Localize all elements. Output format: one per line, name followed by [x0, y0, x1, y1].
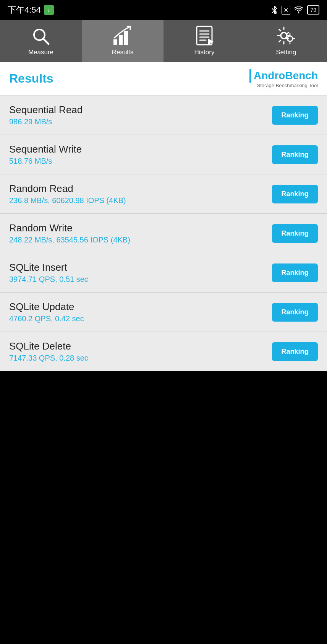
svg-rect-4: [113, 39, 117, 45]
result-row: Sequential Write 518.76 MB/s Ranking: [0, 135, 327, 174]
result-name: SQLite Update: [9, 301, 84, 313]
history-icon: [194, 26, 214, 46]
ranking-button[interactable]: Ranking: [272, 263, 318, 282]
tab-results[interactable]: Results: [82, 20, 164, 62]
result-info: Sequential Read 986.29 MB/s: [9, 104, 83, 126]
result-value: 518.76 MB/s: [9, 157, 82, 166]
result-value: 236.8 MB/s, 60620.98 IOPS (4KB): [9, 196, 126, 205]
result-value: 986.29 MB/s: [9, 117, 83, 126]
ranking-button[interactable]: Ranking: [272, 106, 318, 125]
brand-subtitle: Storage Benchmarking Tool: [257, 83, 318, 88]
ranking-button[interactable]: Ranking: [272, 342, 318, 361]
svg-rect-5: [119, 35, 123, 45]
result-name: Random Read: [9, 183, 126, 195]
result-value: 3974.71 QPS, 0.51 sec: [9, 275, 88, 284]
ranking-button[interactable]: Ranking: [272, 224, 318, 243]
results-list: Sequential Read 986.29 MB/s Ranking Sequ…: [0, 96, 327, 371]
svg-point-13: [281, 33, 287, 39]
results-icon: [113, 26, 133, 46]
result-info: Random Read 236.8 MB/s, 60620.98 IOPS (4…: [9, 183, 126, 205]
download-icon: ↓: [44, 5, 54, 15]
ranking-button[interactable]: Ranking: [272, 145, 318, 164]
result-row: Random Write 248.22 MB/s, 63545.56 IOPS …: [0, 214, 327, 253]
result-row: SQLite Insert 3974.71 QPS, 0.51 sec Rank…: [0, 253, 327, 293]
battery-indicator: 79: [307, 5, 319, 15]
x-icon: ✕: [282, 6, 290, 15]
svg-marker-12: [208, 39, 214, 45]
tab-measure[interactable]: Measure: [0, 20, 82, 62]
bluetooth-icon: [271, 6, 278, 14]
wifi-icon: [294, 7, 303, 13]
svg-line-3: [43, 39, 49, 44]
status-icons: ✕ 79: [271, 5, 319, 15]
brand-logo: AndroBench Storage Benchmarking Tool: [249, 69, 318, 88]
result-info: SQLite Update 4760.2 QPS, 0.42 sec: [9, 301, 84, 323]
result-row: Random Read 236.8 MB/s, 60620.98 IOPS (4…: [0, 174, 327, 214]
svg-line-0: [272, 8, 274, 11]
tab-setting[interactable]: Setting: [245, 20, 327, 62]
svg-rect-6: [124, 31, 128, 45]
result-value: 4760.2 QPS, 0.42 sec: [9, 314, 84, 323]
result-value: 248.22 MB/s, 63545.56 IOPS (4KB): [9, 236, 130, 244]
status-time: 下午4:54 ↓: [8, 4, 54, 16]
tab-history[interactable]: History: [164, 20, 245, 62]
result-name: SQLite Delete: [9, 340, 88, 352]
result-row: SQLite Update 4760.2 QPS, 0.42 sec Ranki…: [0, 293, 327, 332]
brand-bar: [249, 69, 251, 83]
result-row: SQLite Delete 7147.33 QPS, 0.28 sec Rank…: [0, 332, 327, 371]
brand-name: AndroBench: [254, 70, 318, 82]
result-info: Random Write 248.22 MB/s, 63545.56 IOPS …: [9, 222, 130, 244]
results-title: Results: [9, 72, 53, 86]
results-header: Results AndroBench Storage Benchmarking …: [0, 62, 327, 96]
status-bar: 下午4:54 ↓ ✕ 79: [0, 0, 327, 20]
result-name: Random Write: [9, 222, 130, 234]
svg-line-1: [272, 11, 274, 13]
result-info: Sequential Write 518.76 MB/s: [9, 143, 82, 166]
result-info: SQLite Delete 7147.33 QPS, 0.28 sec: [9, 340, 88, 363]
result-name: SQLite Insert: [9, 262, 88, 273]
ranking-button[interactable]: Ranking: [272, 185, 318, 203]
result-info: SQLite Insert 3974.71 QPS, 0.51 sec: [9, 262, 88, 284]
result-row: Sequential Read 986.29 MB/s Ranking: [0, 96, 327, 135]
ranking-button[interactable]: Ranking: [272, 303, 318, 322]
result-name: Sequential Write: [9, 143, 82, 155]
result-value: 7147.33 QPS, 0.28 sec: [9, 354, 88, 363]
nav-tabs: Measure Results History Setting: [0, 20, 327, 62]
measure-icon: [31, 26, 51, 46]
setting-icon: [276, 26, 296, 46]
result-name: Sequential Read: [9, 104, 83, 116]
